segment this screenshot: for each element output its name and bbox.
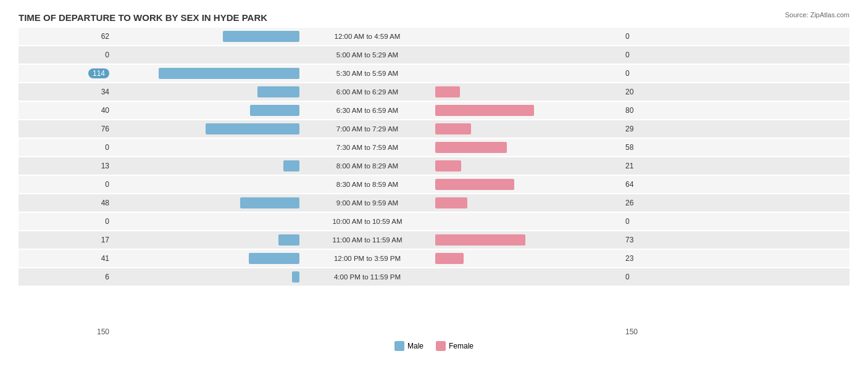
right-value: 26 — [620, 199, 657, 207]
left-value: 48 — [19, 199, 114, 207]
table-row: 34 6:00 AM to 6:29 AM 20 — [19, 83, 849, 101]
table-row: 41 12:00 PM to 3:59 PM 23 — [19, 250, 849, 267]
time-label: 12:00 PM to 3:59 PM — [299, 255, 435, 262]
right-bar-container — [435, 123, 620, 134]
chart-container: TIME OF DEPARTURE TO WORK BY SEX IN HYDE… — [0, 0, 868, 367]
axis-left-label: 150 — [19, 328, 114, 336]
chart-area: 62 12:00 AM to 4:59 AM 0 0 5:00 AM to 5:… — [19, 28, 849, 324]
right-value: 29 — [620, 125, 657, 133]
female-bar — [435, 197, 467, 208]
left-value: 17 — [19, 236, 114, 244]
axis-right-label: 150 — [620, 328, 657, 336]
time-label: 11:00 AM to 11:59 AM — [299, 236, 435, 244]
left-value: 34 — [19, 88, 114, 96]
table-row: 13 8:00 AM to 8:29 AM 21 — [19, 157, 849, 175]
left-bar-container — [114, 234, 299, 245]
left-value: 0 — [19, 51, 114, 59]
right-value: 0 — [620, 51, 657, 59]
time-label: 5:30 AM to 5:59 AM — [299, 70, 435, 77]
male-bar — [159, 68, 299, 79]
left-value: 76 — [19, 125, 114, 133]
time-label: 10:00 AM to 10:59 AM — [299, 218, 435, 225]
time-label: 7:00 AM to 7:29 AM — [299, 125, 435, 133]
left-value: 62 — [19, 32, 114, 41]
left-bar-container — [114, 105, 299, 116]
left-bar-container — [114, 31, 299, 42]
table-row: 76 7:00 AM to 7:29 AM 29 — [19, 120, 849, 138]
source-label: Source: ZipAtlas.com — [785, 11, 849, 19]
female-bar — [435, 253, 464, 264]
right-bar-container — [435, 197, 620, 208]
time-label: 8:00 AM to 8:29 AM — [299, 162, 435, 170]
left-value: 0 — [19, 180, 114, 189]
time-label: 12:00 AM to 4:59 AM — [299, 33, 435, 40]
male-color-swatch — [394, 341, 404, 351]
right-value: 64 — [620, 180, 657, 189]
legend: Male Female — [19, 341, 849, 351]
table-row: 0 8:30 AM to 8:59 AM 64 — [19, 176, 849, 193]
left-bar-container — [114, 160, 299, 171]
right-bar-container — [435, 105, 620, 116]
table-row: 62 12:00 AM to 4:59 AM 0 — [19, 28, 849, 45]
female-bar — [435, 179, 514, 190]
male-bar — [278, 234, 299, 245]
right-value: 21 — [620, 162, 657, 170]
male-bar — [249, 253, 299, 264]
female-bar — [435, 105, 534, 116]
left-value: 114 — [19, 69, 114, 78]
female-bar — [435, 86, 460, 97]
right-value: 58 — [620, 143, 657, 152]
female-bar — [435, 234, 525, 245]
axis-row: 150 150 — [19, 328, 849, 336]
right-value: 0 — [620, 69, 657, 78]
pill-badge: 114 — [88, 68, 109, 78]
table-row: 48 9:00 AM to 9:59 AM 26 — [19, 194, 849, 212]
time-label: 6:00 AM to 6:29 AM — [299, 88, 435, 96]
right-value: 80 — [620, 106, 657, 115]
female-bar — [435, 142, 507, 153]
right-bar-container — [435, 86, 620, 97]
female-bar — [435, 160, 461, 171]
table-row: 0 7:30 AM to 7:59 AM 58 — [19, 139, 849, 156]
table-row: 6 4:00 PM to 11:59 PM 0 — [19, 268, 849, 286]
left-value: 0 — [19, 217, 114, 226]
male-bar — [250, 105, 299, 116]
right-bar-container — [435, 160, 620, 171]
female-bar — [435, 123, 471, 134]
legend-male: Male — [394, 341, 424, 351]
left-value: 41 — [19, 254, 114, 263]
table-row: 40 6:30 AM to 6:59 AM 80 — [19, 102, 849, 119]
male-bar — [257, 86, 299, 97]
table-row: 17 11:00 AM to 11:59 AM 73 — [19, 231, 849, 249]
time-label: 4:00 PM to 11:59 PM — [299, 273, 435, 281]
left-bar-container — [114, 86, 299, 97]
right-bar-container — [435, 142, 620, 153]
female-color-swatch — [436, 341, 446, 351]
right-value: 0 — [620, 273, 657, 281]
right-value: 20 — [620, 88, 657, 96]
left-value: 13 — [19, 162, 114, 170]
time-label: 5:00 AM to 5:29 AM — [299, 51, 435, 59]
time-label: 9:00 AM to 9:59 AM — [299, 199, 435, 207]
time-label: 7:30 AM to 7:59 AM — [299, 144, 435, 151]
right-bar-container — [435, 234, 620, 245]
male-bar — [283, 160, 299, 171]
male-bar — [292, 271, 299, 282]
legend-female: Female — [436, 341, 474, 351]
male-bar — [223, 31, 299, 42]
time-label: 6:30 AM to 6:59 AM — [299, 107, 435, 114]
time-label: 8:30 AM to 8:59 AM — [299, 181, 435, 188]
right-value: 0 — [620, 217, 657, 226]
table-row: 114 5:30 AM to 5:59 AM 0 — [19, 65, 849, 82]
left-value: 6 — [19, 273, 114, 281]
left-bar-container — [114, 253, 299, 264]
female-label: Female — [449, 342, 474, 350]
male-bar — [206, 123, 299, 134]
right-value: 23 — [620, 254, 657, 263]
left-value: 40 — [19, 106, 114, 115]
male-bar — [240, 197, 299, 208]
left-bar-container — [114, 197, 299, 208]
chart-title: TIME OF DEPARTURE TO WORK BY SEX IN HYDE… — [19, 12, 849, 23]
left-value: 0 — [19, 143, 114, 152]
left-bar-container — [114, 68, 299, 79]
